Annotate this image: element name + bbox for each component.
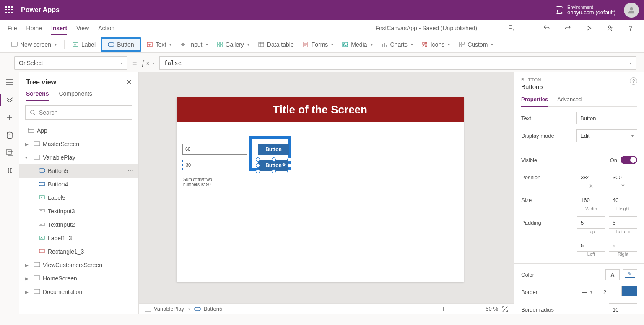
tree-node-label5[interactable]: Label5	[19, 191, 138, 204]
app-title: Power Apps	[21, 6, 60, 14]
tree-node-variableplay[interactable]: ▾VariablePlay	[19, 151, 138, 164]
media-button[interactable]: Media▾	[338, 39, 376, 50]
tree-node-textinput3[interactable]: TextInput3	[19, 204, 138, 218]
height-input[interactable]: 40	[609, 194, 637, 206]
prop-text-input[interactable]: Button	[576, 112, 637, 124]
tree-node-homescreen[interactable]: ▶HomeScreen	[19, 272, 138, 285]
zoom-slider[interactable]	[411, 309, 474, 309]
tab-screens[interactable]: Screens	[26, 90, 49, 101]
breadcrumb-item[interactable]: Button5	[194, 306, 222, 312]
pad-right-input[interactable]: 5	[609, 239, 637, 252]
button-button[interactable]: Button	[101, 37, 141, 52]
tree-node-label1_3[interactable]: Label1_3	[19, 231, 138, 245]
visible-toggle[interactable]	[621, 156, 637, 164]
pos-y-input[interactable]: 300	[609, 171, 637, 183]
pad-left-input[interactable]: 5	[577, 239, 605, 252]
text-button[interactable]: Text▾	[143, 39, 175, 50]
tree-node-viewcustomers[interactable]: ▶ViewCustomersScreen	[19, 258, 138, 272]
radius-input[interactable]: 10	[609, 303, 637, 314]
datatable-button[interactable]: Data table	[254, 39, 297, 50]
border-width-input[interactable]: 2	[600, 286, 618, 298]
new-screen-button[interactable]: New screen▾	[8, 39, 60, 50]
tree-node-label: Button4	[48, 181, 68, 188]
prop-type: BUTTON	[521, 77, 543, 82]
formula-input[interactable]: false ▾	[159, 56, 636, 70]
tree-node-documentation[interactable]: ▶Documentation	[19, 285, 138, 299]
tools-rail[interactable]	[5, 166, 14, 175]
avatar[interactable]	[624, 3, 639, 18]
pad-top-input[interactable]: 5	[577, 216, 605, 229]
media-rail[interactable]	[5, 149, 14, 157]
waffle-icon[interactable]	[5, 6, 13, 14]
hamburger-icon[interactable]	[5, 78, 14, 86]
prop-size-label: Size	[521, 197, 532, 203]
canvas-sum-label: Sum of first two numbers is: 90	[183, 177, 217, 187]
border-color-swatch[interactable]	[621, 286, 637, 296]
tree-node-app[interactable]: App	[19, 124, 138, 137]
zoom-out-button[interactable]: −	[404, 306, 407, 312]
gallery-button[interactable]: Gallery▾	[213, 39, 253, 50]
prop-position-label: Position	[521, 174, 540, 181]
prop-display-select[interactable]: Edit▾	[576, 129, 637, 142]
close-icon[interactable]: ✕	[126, 78, 132, 86]
tree-node-textinput2[interactable]: TextInput2	[19, 218, 138, 231]
gallery-button-label: Gallery	[226, 41, 244, 48]
tree-node-rectangle1_3[interactable]: Rectangle1_3	[19, 245, 138, 258]
tab-advanced[interactable]: Advanced	[557, 96, 582, 106]
environment-picker[interactable]: Environment enayu.com (default)	[556, 5, 615, 16]
fill-color-swatch[interactable]: ✎	[623, 269, 637, 280]
forms-button[interactable]: Forms▾	[299, 39, 337, 50]
fx-button[interactable]: fx▾	[142, 59, 155, 68]
pos-x-input[interactable]: 384	[577, 171, 605, 183]
share-icon[interactable]	[604, 22, 615, 34]
new-screen-label: New screen	[20, 41, 51, 48]
tree-node-masterscreen[interactable]: ▶MasterScreen	[19, 137, 138, 151]
svg-rect-36	[34, 276, 40, 280]
input-button[interactable]: Input▾	[177, 39, 211, 50]
canvas-textinput1[interactable]: 60	[182, 144, 247, 155]
property-selector[interactable]: OnSelect▾	[14, 56, 127, 70]
fullscreen-icon[interactable]	[502, 306, 508, 312]
design-canvas[interactable]: Title of the Screen 60 30 Button Button …	[177, 97, 464, 282]
svg-rect-25	[28, 128, 34, 132]
action-menu[interactable]: Action	[98, 25, 114, 31]
border-style-select[interactable]: —▾	[578, 286, 596, 298]
custom-button[interactable]: Custom▾	[455, 39, 496, 50]
icons-button[interactable]: Icons▾	[418, 39, 453, 50]
formula-value: false	[164, 60, 182, 66]
play-icon[interactable]	[583, 22, 595, 34]
home-menu[interactable]: Home	[26, 25, 42, 31]
pad-bottom-input[interactable]: 5	[609, 216, 637, 229]
help-icon[interactable]	[625, 22, 636, 34]
more-icon[interactable]: ⋯	[127, 168, 133, 174]
width-input[interactable]: 160	[577, 194, 605, 206]
font-color-swatch[interactable]: A	[605, 269, 620, 280]
tab-components[interactable]: Components	[59, 90, 92, 101]
canvas-textinput2[interactable]: 30	[182, 160, 247, 170]
insert-rail[interactable]	[5, 113, 14, 122]
undo-icon[interactable]	[541, 22, 553, 34]
zoom-in-button[interactable]: +	[478, 306, 482, 312]
canvas-button4[interactable]: Button	[258, 144, 289, 155]
svg-rect-34	[39, 249, 44, 253]
redo-icon[interactable]	[562, 22, 574, 34]
tree-node-button5[interactable]: Button5⋯	[19, 164, 138, 178]
file-menu[interactable]: File	[8, 25, 17, 31]
svg-rect-8	[217, 42, 219, 44]
app-checker-icon[interactable]	[505, 22, 517, 34]
data-rail[interactable]	[5, 131, 14, 139]
tree-node-label: Label5	[48, 194, 65, 201]
tab-properties[interactable]: Properties	[521, 96, 548, 107]
insert-menu[interactable]: Insert	[51, 25, 67, 35]
tree-view-rail[interactable]	[5, 96, 14, 104]
zoom-value: 50 %	[486, 306, 498, 312]
canvas-button5[interactable]: Button ✥	[258, 160, 289, 171]
breadcrumb-screen[interactable]: VariablePlay	[145, 306, 184, 312]
label-button[interactable]: Label	[69, 39, 99, 50]
tree-node-button4[interactable]: Button4	[19, 178, 138, 191]
view-menu[interactable]: View	[76, 25, 89, 31]
charts-button[interactable]: Charts▾	[378, 39, 416, 50]
visible-state: On	[610, 157, 617, 163]
info-icon[interactable]: ?	[630, 77, 637, 85]
search-input[interactable]: Search	[25, 105, 132, 120]
